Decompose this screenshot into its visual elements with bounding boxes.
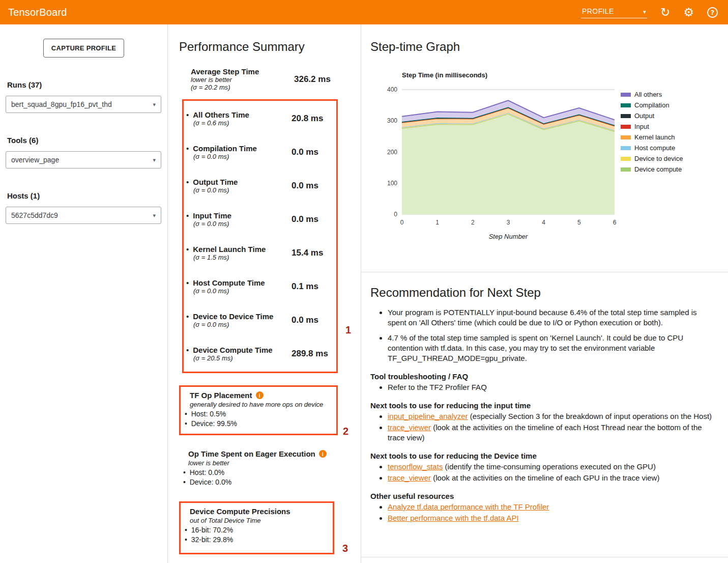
section-item: Better performance with the tf.data API <box>388 513 713 523</box>
device-compute-precisions-block: Device Compute Precisions out of Total D… <box>183 507 328 545</box>
section-item: Refer to the TF2 Profiler FAQ <box>388 382 713 392</box>
metric-value: 0.0 ms <box>292 181 333 191</box>
section-item-text: (identify the time-consuming operations … <box>443 462 656 471</box>
legend-swatch <box>621 93 631 97</box>
metric-row: •Device to Device Time(σ = 0.0 ms)0.0 ms <box>184 303 336 337</box>
topbar: TensorBoard PROFILE ▾ ↻ ⚙ ? <box>0 0 728 24</box>
x-tick-label: 5 <box>577 219 581 226</box>
hosts-label: Hosts (1) <box>7 191 167 200</box>
runs-label: Runs (37) <box>7 80 167 89</box>
x-axis-title: Step Number <box>489 233 528 240</box>
metric-row: •Kernel Launch Time(σ = 1.5 ms)15.4 ms <box>184 236 336 270</box>
section-item-text: (look at the activities on the timeline … <box>431 473 659 482</box>
stat-item: Host: 0.5% <box>185 409 331 419</box>
legend-label: Device to device <box>634 155 683 162</box>
metric-sigma: (σ = 0.6 ms) <box>193 119 292 127</box>
legend-swatch <box>621 157 631 161</box>
section-item: tensorflow_stats (identify the time-cons… <box>388 462 713 472</box>
stat-item: Device: 0.0% <box>183 477 338 487</box>
reload-icon[interactable]: ↻ <box>660 7 670 18</box>
hosts-select[interactable]: 5627c5dd7dc9 ▾ <box>6 207 161 224</box>
hosts-select-value: 5627c5dd7dc9 <box>11 211 58 219</box>
hosts-field: Hosts (1) 5627c5dd7dc9 ▾ <box>0 191 167 224</box>
recommendation-bullet: Your program is POTENTIALLY input-bound … <box>388 307 713 328</box>
tool-link[interactable]: trace_viewer <box>388 473 431 482</box>
help-icon[interactable]: ? <box>707 7 718 18</box>
metric-sigma: (σ = 0.0 ms) <box>193 220 292 228</box>
metric-value: 20.8 ms <box>292 114 333 124</box>
legend-label: Host compute <box>634 144 675 152</box>
tf-op-placement-block: TF Op Placement i generally desired to h… <box>183 391 331 429</box>
runs-select[interactable]: bert_squad_8gpu_fp16_pvt_thd ▾ <box>6 96 161 113</box>
recommendation-title: Recommendation for Next Step <box>370 286 713 300</box>
x-tick-label: 4 <box>542 219 545 226</box>
metric-sigma: (σ = 0.0 ms) <box>193 287 292 295</box>
dashboard-select-value: PROFILE <box>582 7 614 15</box>
info-icon[interactable]: i <box>256 391 264 399</box>
metric-row: •Host Compute Time(σ = 0.0 ms)0.1 ms <box>184 270 336 303</box>
legend-label: Input <box>634 123 649 130</box>
metric-note: lower is better <box>191 76 294 83</box>
section-item: Analyze tf.data performance with the TF … <box>388 502 713 512</box>
metric-row: •All Others Time(σ = 0.6 ms)20.8 ms <box>184 102 336 135</box>
recommendation-section: Tool troubleshooting / FAQRefer to the T… <box>370 372 713 392</box>
bullet-icon: • <box>186 278 189 287</box>
tool-link[interactable]: Better performance with the tf.data API <box>388 514 519 522</box>
section-item: trace_viewer (look at the activities on … <box>388 473 713 483</box>
section-item-text: Refer to the TF2 Profiler FAQ <box>388 383 487 391</box>
bullet-icon: • <box>186 211 189 220</box>
legend-swatch <box>621 135 631 139</box>
app-title: TensorBoard <box>8 7 67 18</box>
metric-value: 0.0 ms <box>292 147 333 157</box>
metric-row: •Compilation Time(σ = 0.0 ms)0.0 ms <box>184 135 336 169</box>
recommendation-bullet: 4.7 % of the total step time sampled is … <box>388 333 713 363</box>
precisions-list: 16-bit: 70.2%32-bit: 29.8% <box>185 525 328 545</box>
bullet-icon: • <box>186 346 189 354</box>
tool-link[interactable]: tensorflow_stats <box>388 462 443 471</box>
stat-title: Op Time Spent on Eager Execution <box>188 449 315 458</box>
annotated-box-2: TF Op Placement i generally desired to h… <box>179 385 338 435</box>
metric-label: Input Time <box>193 211 231 220</box>
bullet-icon: • <box>186 110 189 119</box>
eager-execution-block: Op Time Spent on Eager Execution i lower… <box>181 449 338 487</box>
metric-label: Device to Device Time <box>193 312 273 321</box>
dashboard-select[interactable]: PROFILE ▾ <box>581 6 647 18</box>
y-tick-label: 0 <box>394 211 397 218</box>
section-item: input_pipeline_analyzer (especially Sect… <box>388 411 713 421</box>
metric-sigma: (σ = 0.0 ms) <box>193 186 292 194</box>
chevron-down-icon: ▾ <box>153 101 156 108</box>
legend-label: Compilation <box>634 101 669 109</box>
stat-note: generally desired to have more ops on de… <box>190 401 331 408</box>
x-tick-label: 6 <box>613 219 617 226</box>
tool-link[interactable]: input_pipeline_analyzer <box>388 412 468 420</box>
x-tick-label: 3 <box>507 219 510 226</box>
recommendation-sections: Tool troubleshooting / FAQRefer to the T… <box>370 372 713 523</box>
tool-link[interactable]: trace_viewer <box>388 423 431 432</box>
section-item-text: (especially Section 3 for the breakdown … <box>468 412 712 420</box>
x-tick-label: 0 <box>400 219 404 226</box>
capture-profile-button[interactable]: CAPTURE PROFILE <box>43 39 124 58</box>
metric-label: Kernel Launch Time <box>193 245 266 254</box>
metric-row: •Output Time(σ = 0.0 ms)0.0 ms <box>184 169 336 203</box>
legend-swatch <box>621 167 631 172</box>
metric-value: 0.1 ms <box>292 282 333 292</box>
performance-summary-title: Performance Summary <box>179 40 361 54</box>
stat-item: Device: 99.5% <box>185 419 331 429</box>
tool-link[interactable]: Analyze tf.data performance with the TF … <box>388 502 549 511</box>
section-heading: Next tools to use for reducing the input… <box>370 401 713 410</box>
stat-item: 32-bit: 29.8% <box>185 535 328 545</box>
metric-sigma: (σ = 20.2 ms) <box>191 83 294 91</box>
tools-select[interactable]: overview_page ▾ <box>6 151 161 168</box>
chevron-down-icon: ▾ <box>643 9 646 15</box>
runs-select-value: bert_squad_8gpu_fp16_pvt_thd <box>11 100 112 108</box>
metric-value: 0.0 ms <box>292 315 333 325</box>
legend-swatch <box>621 114 631 118</box>
sidebar: CAPTURE PROFILE Runs (37) bert_squad_8gp… <box>0 24 168 563</box>
stat-title: Device Compute Precisions <box>190 507 290 516</box>
metric-row: •Device Compute Time(σ = 20.5 ms)289.8 m… <box>184 337 336 371</box>
info-icon[interactable]: i <box>319 450 327 458</box>
legend-swatch <box>621 103 631 107</box>
area-device-compute <box>402 114 615 214</box>
gear-icon[interactable]: ⚙ <box>683 7 694 18</box>
step-time-chart[interactable]: Step Time (in milliseconds)0100200300400… <box>370 59 716 248</box>
